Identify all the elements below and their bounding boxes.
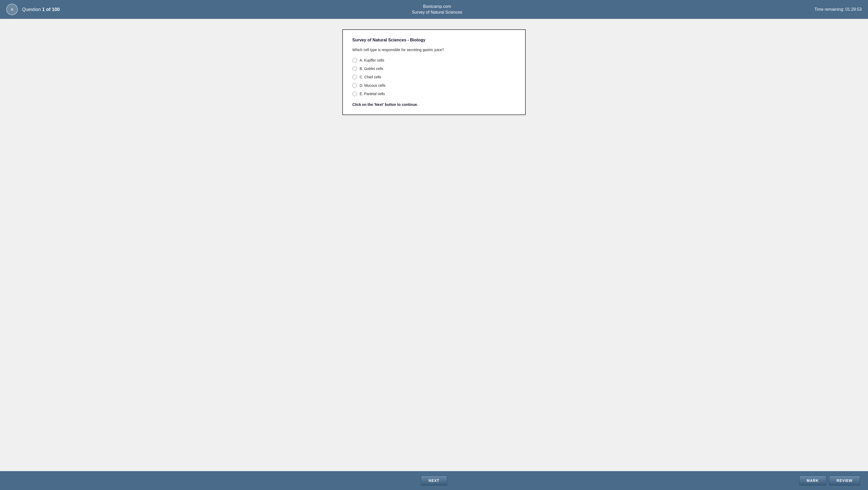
- mark-button[interactable]: Mark: [799, 476, 826, 486]
- option-c[interactable]: C. Chief cells: [352, 75, 516, 80]
- label-e[interactable]: E. Parietal cells: [360, 92, 385, 96]
- next-button[interactable]: Next: [421, 476, 447, 486]
- radio-a[interactable]: [352, 58, 357, 63]
- label-a[interactable]: A. Kupffer cells: [360, 58, 384, 62]
- exam-name: Survey of Natural Sciences: [412, 9, 462, 15]
- option-d[interactable]: D. Mucous cells: [352, 83, 516, 88]
- close-button[interactable]: ×: [6, 4, 18, 15]
- option-a[interactable]: A. Kupffer cells: [352, 58, 516, 63]
- radio-d[interactable]: [352, 83, 357, 88]
- section-title: Survey of Natural Sciences - Biology: [352, 38, 516, 42]
- header-center: Bootcamp.com Survey of Natural Sciences: [412, 4, 462, 16]
- footer-center: Next: [421, 476, 447, 486]
- header-left: × Question 1 of 100: [6, 4, 60, 15]
- radio-c[interactable]: [352, 75, 357, 80]
- question-text: Which cell type is responsible for secre…: [352, 47, 516, 53]
- question-count: 1 of 100: [42, 7, 60, 12]
- question-card: Survey of Natural Sciences - Biology Whi…: [342, 29, 526, 115]
- answer-options: A. Kupffer cells B. Goblet cells C. Chie…: [352, 58, 516, 96]
- review-button[interactable]: Review: [829, 476, 860, 486]
- label-d[interactable]: D. Mucous cells: [360, 83, 385, 88]
- instruction-text: Click on the 'Next' button to continue.: [352, 102, 516, 106]
- question-prefix: Question: [22, 7, 42, 12]
- app-footer: Next Mark Review: [0, 471, 868, 490]
- timer: Time remaining: 01:29:53: [814, 7, 862, 12]
- footer-right: Mark Review: [799, 476, 860, 486]
- option-e[interactable]: E. Parietal cells: [352, 91, 516, 96]
- app-header: × Question 1 of 100 Bootcamp.com Survey …: [0, 0, 868, 19]
- main-content: Survey of Natural Sciences - Biology Whi…: [0, 19, 868, 471]
- option-b[interactable]: B. Goblet cells: [352, 66, 516, 71]
- radio-b[interactable]: [352, 66, 357, 71]
- radio-e[interactable]: [352, 91, 357, 96]
- question-label: Question 1 of 100: [22, 7, 60, 12]
- label-b[interactable]: B. Goblet cells: [360, 66, 383, 71]
- site-name: Bootcamp.com: [412, 4, 462, 9]
- label-c[interactable]: C. Chief cells: [360, 75, 381, 79]
